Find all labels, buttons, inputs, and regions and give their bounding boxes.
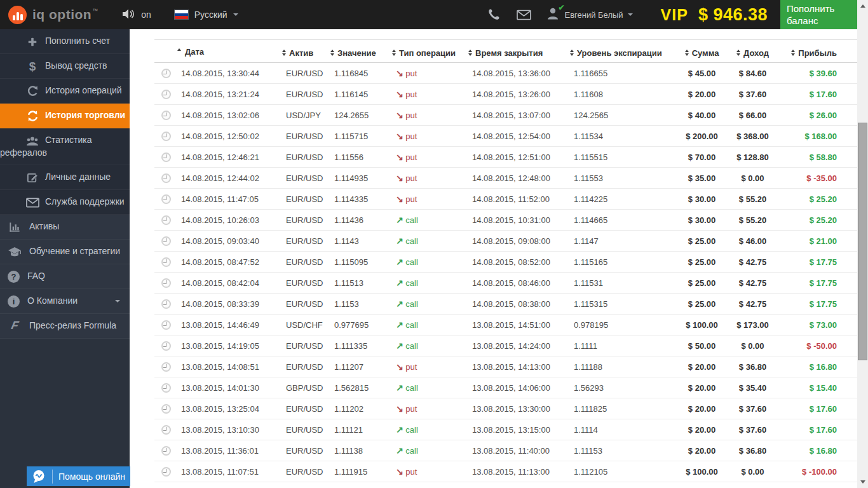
cell-profit: $ 73.00 [780, 315, 857, 336]
cell-value: 1.11207 [330, 356, 392, 377]
cell-income: $ 368.00 [726, 126, 780, 147]
plus-icon [25, 36, 39, 48]
sort-icon [392, 50, 396, 56]
column-header-asset[interactable]: Актив [282, 40, 330, 63]
arrow-down-right-icon: ↘ [396, 89, 403, 99]
sidebar-item-press-release-formula[interactable]: FПресс-релиз Formula [0, 314, 130, 339]
cell-close-time: 14.08.2015, 13:26:00 [468, 84, 570, 105]
table-row: 14.08.2015, 11:47:05EUR/USD1.114335↘ put… [154, 189, 857, 210]
cell-amount: $ 20.00 [678, 377, 726, 398]
cell-income: $ 42.75 [726, 252, 780, 273]
cell-income: $ 0.00 [726, 168, 780, 189]
divider [52, 470, 53, 484]
cell-icon [154, 147, 177, 168]
cell-type: ↘ put [392, 63, 468, 84]
page-scrollbar[interactable] [857, 0, 868, 488]
sort-asc-icon [177, 48, 181, 51]
sort-icon [330, 50, 334, 56]
cell-date: 14.08.2015, 08:33:39 [177, 294, 282, 315]
scroll-down-arrow-icon[interactable] [860, 480, 865, 484]
edit-icon [25, 171, 39, 184]
sidebar-item-support-service[interactable]: Служба поддержки [0, 190, 130, 215]
logo-icon [8, 6, 27, 24]
cell-amount: $ 70.00 [678, 147, 726, 168]
column-header-value[interactable]: Значение [330, 40, 392, 63]
column-header-close_time[interactable]: Время закрытия [468, 40, 570, 63]
sidebar-item-operations-history[interactable]: История операций [0, 79, 130, 104]
sort-icon [736, 50, 740, 56]
sidebar-item-withdraw-funds[interactable]: $Вывод средств [0, 54, 130, 79]
cell-amount: $ 30.00 [678, 189, 726, 210]
cell-close-time: 14.08.2015, 12:51:00 [468, 147, 570, 168]
clock-icon [161, 299, 171, 309]
sidebar-item-referral-statistics[interactable]: Статистика рефералов [0, 128, 130, 165]
cell-expiry-level: 1.114225 [570, 189, 678, 210]
table-row: 13.08.2015, 14:08:51EUR/USD1.11207↘ put1… [154, 356, 857, 377]
cell-type: ↘ put [392, 189, 468, 210]
cell-icon [154, 440, 177, 461]
scrollbar-thumb[interactable] [858, 123, 867, 360]
column-header-income[interactable]: Доход [726, 40, 780, 63]
phone-icon[interactable] [487, 8, 500, 21]
speaker-icon [122, 8, 136, 22]
column-header-date[interactable]: Дата [177, 40, 282, 63]
cell-expiry-level: 1.11534 [570, 126, 678, 147]
cell-amount: $ 20.00 [678, 84, 726, 105]
cell-icon [154, 231, 177, 252]
cell-amount: $ 50.00 [678, 336, 726, 356]
sort-icon [791, 50, 795, 56]
cell-profit: $ 168.00 [780, 126, 857, 147]
table-row: 13.08.2015, 11:36:01EUR/USD1.11138↗ call… [154, 440, 857, 461]
sidebar-item-faq[interactable]: ?FAQ [0, 264, 130, 289]
sidebar-item-assets[interactable]: Активы [0, 215, 130, 240]
cell-date: 13.08.2015, 14:08:51 [177, 356, 282, 377]
arrow-up-right-icon: ↗ [396, 424, 403, 435]
russia-flag-icon [174, 10, 189, 20]
sidebar-item-label: История операций [45, 85, 122, 95]
sound-toggle[interactable]: on [122, 8, 151, 22]
cell-type: ↗ call [392, 440, 468, 461]
cell-income: $ 66.00 [726, 105, 780, 126]
cell-income: $ 0.00 [726, 461, 780, 482]
table-row: 13.08.2015, 11:07:51EUR/USD1.111915↘ put… [154, 461, 857, 482]
cell-type: ↗ call [392, 315, 468, 336]
clock-icon [161, 341, 171, 351]
cell-close-time: 13.08.2015, 14:13:00 [468, 356, 570, 377]
column-header-type[interactable]: Тип операции [392, 40, 468, 63]
scroll-up-arrow-icon[interactable] [860, 4, 865, 8]
language-selector[interactable]: Русский [174, 10, 238, 20]
clock-icon [161, 173, 171, 183]
mail-icon[interactable] [517, 10, 531, 20]
cell-type: ↗ call [392, 273, 468, 294]
cell-expiry-level: 1.112105 [570, 461, 678, 482]
cell-expiry-level: 1.11608 [570, 84, 678, 105]
language-label: Русский [194, 10, 227, 20]
cell-income: $ 37.60 [726, 398, 780, 419]
user-menu[interactable]: ✔ Евгений Белый [546, 7, 632, 22]
table-row: 14.08.2015, 08:33:39EUR/USD1.1153↗ call1… [154, 294, 857, 315]
sidebar-item-education-strategies[interactable]: Обучение и стратегии [0, 240, 130, 264]
sidebar-item-about-company[interactable]: iО Компании [0, 289, 130, 314]
cell-date: 14.08.2015, 08:42:04 [177, 273, 282, 294]
sidebar-item-label: О Компании [27, 295, 78, 306]
dollar-icon: $ [25, 60, 39, 72]
column-header-profit[interactable]: Прибыль [780, 40, 857, 63]
sidebar-item-trading-history[interactable]: История торговли [0, 104, 130, 128]
clock-icon [161, 132, 171, 141]
arrow-down-right-icon: ↘ [396, 131, 403, 141]
sidebar-item-label: Пополнить счет [45, 36, 110, 46]
people-icon [25, 135, 39, 147]
cell-close-time: 14.08.2015, 12:48:00 [468, 168, 570, 189]
column-header-expiry_level[interactable]: Уровень экспирации [570, 40, 678, 63]
table-row: 13.08.2015, 14:01:30GBP/USD1.562815↗ cal… [154, 377, 857, 398]
cell-close-time: 13.08.2015, 11:13:00 [468, 461, 570, 482]
help-online-button[interactable]: Помощь онлайн [27, 466, 130, 486]
cell-value: 1.114335 [330, 189, 392, 210]
cell-close-time: 13.08.2015, 13:30:00 [468, 398, 570, 419]
sidebar-item-deposit-account[interactable]: Пополнить счет [0, 29, 130, 54]
iq-option-logo[interactable]: iq option™ [8, 6, 98, 24]
sidebar-item-personal-data[interactable]: Личные данные [0, 165, 130, 190]
cell-value: 1.115095 [330, 252, 392, 273]
column-header-amount[interactable]: Сумма [678, 40, 726, 63]
deposit-balance-button[interactable]: Пополнить баланс [780, 0, 857, 29]
